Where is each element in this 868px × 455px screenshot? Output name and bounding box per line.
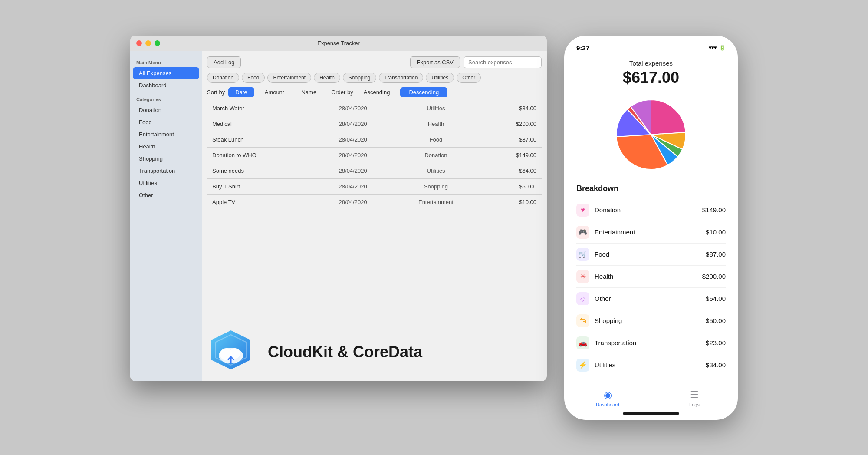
expense-date: 28/04/2020: [315, 132, 391, 147]
sidebar-item-utilities[interactable]: Utilities: [133, 177, 199, 189]
sort-date-button[interactable]: Date: [228, 87, 254, 97]
breakdown-icon-food: 🛒: [576, 248, 589, 261]
main-menu-label: Main Menu: [130, 56, 202, 67]
expense-category: Health: [391, 116, 481, 132]
expense-name: Apple TV: [207, 194, 315, 210]
table-row[interactable]: Donation to WHO 28/04/2020 Donation $149…: [207, 147, 542, 163]
expense-amount: $64.00: [481, 163, 542, 178]
breakdown-icon-donation: ♥: [576, 204, 589, 217]
table-row[interactable]: Medical 28/04/2020 Health $200.00: [207, 116, 542, 132]
iphone-panel: 9:27 ▾▾▾ 🔋 Total expenses $617.00 Breakd…: [564, 36, 738, 420]
breakdown-category-amount: $149.00: [702, 206, 726, 214]
sort-bar: Sort by Date Amount Name Order by Ascend…: [207, 87, 542, 97]
table-row[interactable]: Apple TV 28/04/2020 Entertainment $10.00: [207, 194, 542, 210]
tab-logs[interactable]: ☰ Logs: [651, 389, 738, 407]
chip-donation[interactable]: Donation: [207, 73, 239, 83]
expense-amount: $50.00: [481, 178, 542, 194]
traffic-lights: [136, 40, 160, 46]
expense-category: Entertainment: [391, 194, 481, 210]
sidebar-item-dashboard[interactable]: Dashboard: [133, 79, 199, 91]
expense-category: Donation: [391, 147, 481, 163]
wifi-icon: ▾▾▾: [709, 45, 717, 51]
breakdown-icon-shopping: 🛍: [576, 314, 589, 327]
expense-date: 28/04/2020: [315, 101, 391, 116]
pie-chart: [612, 96, 690, 174]
breakdown-category-amount: $64.00: [706, 295, 726, 302]
chip-shopping[interactable]: Shopping: [343, 73, 376, 83]
sort-amount-button[interactable]: Amount: [258, 87, 291, 97]
sidebar-item-entertainment[interactable]: Entertainment: [133, 129, 199, 140]
chip-other[interactable]: Other: [457, 73, 481, 83]
breakdown-category-amount: $50.00: [706, 317, 726, 324]
breakdown-category-name: Utilities: [595, 361, 706, 369]
table-row[interactable]: Some needs 28/04/2020 Utilities $64.00: [207, 163, 542, 178]
expense-category: Shopping: [391, 178, 481, 194]
expense-name: Steak Lunch: [207, 132, 315, 147]
breakdown-category-name: Food: [595, 251, 706, 258]
expense-name: Some needs: [207, 163, 315, 178]
order-descending-button[interactable]: Descending: [400, 87, 447, 97]
table-row[interactable]: Steak Lunch 28/04/2020 Food $87.00: [207, 132, 542, 147]
toolbar: Add Log Export as CSV: [207, 56, 542, 68]
tab-bar: ◉ Dashboard ☰ Logs: [564, 385, 738, 409]
search-input[interactable]: [464, 56, 542, 68]
chip-transportation[interactable]: Transportation: [379, 73, 424, 83]
expense-name: Donation to WHO: [207, 147, 315, 163]
breakdown-category-name: Shopping: [595, 317, 706, 324]
total-expenses-label: Total expenses: [576, 59, 726, 67]
add-log-button[interactable]: Add Log: [207, 56, 241, 68]
breakdown-item-donation: ♥ Donation $149.00: [576, 199, 726, 221]
total-expenses-amount: $617.00: [576, 69, 726, 87]
expense-amount: $149.00: [481, 147, 542, 163]
sidebar-item-donation[interactable]: Donation: [133, 104, 199, 116]
sidebar-item-all-expenses[interactable]: All Expenses: [133, 67, 199, 79]
tab-dashboard[interactable]: ◉ Dashboard: [564, 389, 651, 407]
maximize-button[interactable]: [155, 40, 160, 46]
main-content: Add Log Export as CSV Donation Food Ente…: [202, 51, 547, 381]
chip-food[interactable]: Food: [242, 73, 265, 83]
sidebar-item-health[interactable]: Health: [133, 141, 199, 152]
sort-name-button[interactable]: Name: [294, 87, 323, 97]
breakdown-category-amount: $200.00: [702, 273, 726, 280]
sidebar-item-shopping[interactable]: Shopping: [133, 153, 199, 165]
expense-date: 28/04/2020: [315, 194, 391, 210]
sidebar-item-transportation[interactable]: Transportation: [133, 165, 199, 177]
logs-tab-label: Logs: [689, 402, 700, 407]
chip-utilities[interactable]: Utilities: [426, 73, 454, 83]
cloudkit-logo: [207, 328, 255, 376]
breakdown-category-amount: $23.00: [706, 339, 726, 346]
expense-category: Utilities: [391, 163, 481, 178]
expense-category: Food: [391, 132, 481, 147]
breakdown-category-name: Entertainment: [595, 228, 706, 236]
bottom-section: CloudKit & CoreData: [207, 320, 542, 376]
mac-window: Expense Tracker Main Menu All Expenses D…: [130, 36, 547, 381]
table-row[interactable]: March Water 28/04/2020 Utilities $34.00: [207, 101, 542, 116]
sidebar: Main Menu All Expenses Dashboard Categor…: [130, 51, 202, 381]
close-button[interactable]: [136, 40, 142, 46]
chip-entertainment[interactable]: Entertainment: [267, 73, 311, 83]
breakdown-icon-other: ◇: [576, 292, 589, 305]
title-bar: Expense Tracker: [130, 36, 547, 51]
order-by-label: Order by: [331, 89, 353, 96]
breakdown-icon-transportation: 🚗: [576, 336, 589, 349]
expense-amount: $10.00: [481, 194, 542, 210]
expense-amount: $200.00: [481, 116, 542, 132]
breakdown-item-shopping: 🛍 Shopping $50.00: [576, 310, 726, 332]
iphone-status-bar: 9:27 ▾▾▾ 🔋: [564, 44, 738, 52]
expense-category: Utilities: [391, 101, 481, 116]
order-ascending-button[interactable]: Ascending: [357, 87, 397, 97]
sidebar-item-other[interactable]: Other: [133, 189, 199, 201]
export-csv-button[interactable]: Export as CSV: [410, 56, 460, 68]
table-row[interactable]: Buy T Shirt 28/04/2020 Shopping $50.00: [207, 178, 542, 194]
expense-date: 28/04/2020: [315, 163, 391, 178]
sidebar-item-food[interactable]: Food: [133, 116, 199, 128]
breakdown-item-transportation: 🚗 Transportation $23.00: [576, 332, 726, 354]
breakdown-category-name: Donation: [595, 206, 702, 214]
expense-name: March Water: [207, 101, 315, 116]
minimize-button[interactable]: [145, 40, 151, 46]
categories-label: Categories: [130, 92, 202, 104]
iphone-content: Total expenses $617.00 Breakdown ♥ Donat…: [564, 55, 738, 385]
expense-table: March Water 28/04/2020 Utilities $34.00 …: [207, 101, 542, 210]
window-body: Main Menu All Expenses Dashboard Categor…: [130, 51, 547, 381]
chip-health[interactable]: Health: [314, 73, 340, 83]
